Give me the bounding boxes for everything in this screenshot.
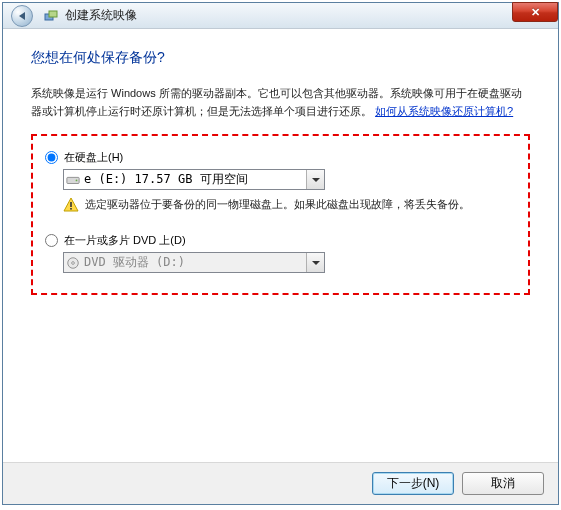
- close-button[interactable]: ✕: [512, 2, 558, 22]
- svg-rect-5: [70, 208, 72, 210]
- warning-row: 选定驱动器位于要备份的同一物理磁盘上。如果此磁盘出现故障，将丢失备份。: [63, 196, 516, 213]
- app-icon: [43, 8, 59, 24]
- dvd-label: 在一片或多片 DVD 上(D): [64, 233, 186, 248]
- chevron-down-icon: [306, 170, 324, 189]
- options-highlight-box: 在硬盘上(H) e (E:) 17.57 GB 可用空间 选定驱动器位于要备份的…: [31, 134, 530, 295]
- hard-disk-combo-value: e (E:) 17.57 GB 可用空间: [82, 171, 306, 188]
- svg-point-3: [76, 179, 78, 181]
- dvd-radio[interactable]: [45, 234, 58, 247]
- hard-disk-combo[interactable]: e (E:) 17.57 GB 可用空间: [63, 169, 325, 190]
- dvd-option-group: 在一片或多片 DVD 上(D) DVD 驱动器 (D:): [45, 233, 516, 273]
- hard-disk-radio[interactable]: [45, 151, 58, 164]
- titlebar: 创建系统映像 ✕: [3, 3, 558, 29]
- next-button[interactable]: 下一步(N): [372, 472, 454, 495]
- drive-icon: [64, 173, 82, 187]
- page-heading: 您想在何处保存备份?: [31, 49, 530, 67]
- dvd-combo[interactable]: DVD 驱动器 (D:): [63, 252, 325, 273]
- close-icon: ✕: [531, 6, 540, 19]
- hard-disk-option-group: 在硬盘上(H) e (E:) 17.57 GB 可用空间 选定驱动器位于要备份的…: [45, 150, 516, 213]
- dialog-window: 创建系统映像 ✕ 您想在何处保存备份? 系统映像是运行 Windows 所需的驱…: [2, 2, 559, 505]
- window-title: 创建系统映像: [65, 7, 137, 24]
- hard-disk-label: 在硬盘上(H): [64, 150, 123, 165]
- dvd-combo-value: DVD 驱动器 (D:): [82, 254, 306, 271]
- svg-point-7: [72, 261, 75, 264]
- svg-rect-4: [70, 202, 72, 207]
- warning-icon: [63, 197, 79, 213]
- cancel-button[interactable]: 取消: [462, 472, 544, 495]
- dvd-drive-icon: [64, 256, 82, 270]
- hard-disk-radio-row[interactable]: 在硬盘上(H): [45, 150, 516, 165]
- description-text: 系统映像是运行 Windows 所需的驱动器副本。它也可以包含其他驱动器。系统映…: [31, 85, 530, 120]
- back-arrow-icon: [19, 12, 25, 20]
- dvd-radio-row[interactable]: 在一片或多片 DVD 上(D): [45, 233, 516, 248]
- help-link[interactable]: 如何从系统映像还原计算机?: [375, 105, 513, 117]
- svg-rect-1: [49, 11, 57, 17]
- content-area: 您想在何处保存备份? 系统映像是运行 Windows 所需的驱动器副本。它也可以…: [3, 29, 558, 295]
- warning-text: 选定驱动器位于要备份的同一物理磁盘上。如果此磁盘出现故障，将丢失备份。: [85, 196, 470, 213]
- chevron-down-icon: [306, 253, 324, 272]
- back-button[interactable]: [11, 5, 33, 27]
- dialog-footer: 下一步(N) 取消: [3, 462, 558, 504]
